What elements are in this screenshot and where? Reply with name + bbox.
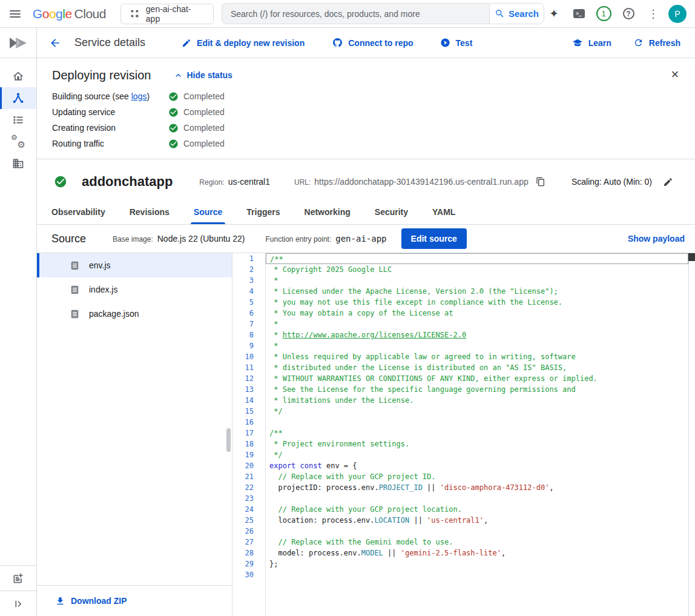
gemini-sparkle-icon: ✦ bbox=[549, 7, 559, 21]
cloud-shell-button[interactable]: >_ bbox=[569, 4, 588, 24]
notifications-button[interactable]: 1 bbox=[594, 4, 613, 24]
code-line[interactable] bbox=[266, 569, 688, 580]
line-number: 13 bbox=[232, 384, 254, 395]
tab-triggers[interactable]: Triggers bbox=[236, 200, 290, 224]
file-panel-scrollbar[interactable] bbox=[226, 428, 231, 452]
code-line[interactable]: * you may not use this file except in co… bbox=[266, 297, 688, 308]
back-button[interactable] bbox=[49, 37, 61, 49]
search-input[interactable] bbox=[231, 9, 481, 19]
line-number: 11 bbox=[232, 362, 254, 373]
hide-status-toggle[interactable]: Hide status bbox=[173, 70, 232, 81]
code-line[interactable]: * Licensed under the Apache License, Ver… bbox=[266, 286, 688, 297]
tab-revisions[interactable]: Revisions bbox=[119, 200, 180, 224]
edit-deploy-button[interactable]: Edit & deploy new revision bbox=[182, 38, 305, 48]
project-icon bbox=[130, 8, 140, 19]
code-line[interactable]: projectID: process.env.PROJECT_ID || 'di… bbox=[266, 482, 688, 493]
logo-letter: G bbox=[33, 7, 42, 21]
code-line[interactable]: location: process.env.LOCATION || 'us-ce… bbox=[266, 515, 688, 526]
file-item-package-json[interactable]: package.json bbox=[37, 302, 232, 326]
code-line[interactable]: /** bbox=[266, 253, 688, 264]
search-field[interactable] bbox=[222, 3, 489, 24]
base-image: Base image:Node.js 22 (Ubuntu 22) bbox=[113, 234, 245, 243]
sidebar-item-services[interactable] bbox=[0, 87, 36, 109]
menu-icon[interactable] bbox=[10, 10, 21, 18]
tab-source[interactable]: Source bbox=[183, 200, 232, 224]
tab-observability[interactable]: Observability bbox=[41, 200, 116, 224]
close-status-button[interactable]: × bbox=[665, 64, 685, 85]
code-line[interactable]: * bbox=[266, 340, 688, 351]
code-line[interactable] bbox=[266, 493, 688, 504]
page-title: Service details bbox=[74, 36, 145, 49]
edit-source-button[interactable]: Edit source bbox=[401, 228, 467, 249]
editor-scrollbar-thumb[interactable] bbox=[688, 253, 695, 261]
code-line[interactable]: * limitations under the License. bbox=[266, 395, 688, 406]
code-line[interactable] bbox=[266, 417, 688, 428]
logo-letter: o bbox=[42, 7, 49, 21]
status-steps: Building source (see logs) Completed Upd… bbox=[52, 88, 680, 151]
code-line[interactable]: export const env = { bbox=[266, 460, 688, 471]
code-line[interactable]: * WITHOUT WARRANTIES OR CONDITIONS OF AN… bbox=[266, 373, 688, 384]
release-notes-icon bbox=[12, 572, 24, 585]
search-button-label: Search bbox=[509, 8, 539, 19]
collapse-icon bbox=[13, 598, 24, 609]
code-line[interactable]: }; bbox=[266, 558, 688, 569]
code-line[interactable]: // Replace with your GCP project locatio… bbox=[266, 504, 688, 515]
google-cloud-logo[interactable]: GoogleCloud bbox=[33, 7, 106, 21]
code-line[interactable]: * distributed under the License is distr… bbox=[266, 362, 688, 373]
tab-security[interactable]: Security bbox=[364, 200, 418, 224]
step-status: Completed bbox=[183, 107, 225, 117]
code-line[interactable]: * You may obtain a copy of the License a… bbox=[266, 308, 688, 319]
source-bar: Source Base image:Node.js 22 (Ubuntu 22)… bbox=[37, 225, 695, 253]
gemini-button[interactable]: ✦ bbox=[544, 4, 564, 24]
avatar[interactable]: P bbox=[668, 5, 687, 23]
code-line[interactable]: * bbox=[266, 275, 688, 286]
help-button[interactable]: ? bbox=[619, 4, 638, 24]
code-editor[interactable]: 1234567891011121314151617181920212223242… bbox=[232, 253, 695, 616]
collapse-panel-button[interactable] bbox=[0, 591, 36, 616]
step-status: Completed bbox=[183, 139, 225, 148]
search-button[interactable]: Search bbox=[489, 3, 544, 24]
code-line[interactable] bbox=[266, 526, 688, 537]
line-number: 12 bbox=[232, 373, 254, 384]
code-line[interactable]: * Unless required by applicable law or a… bbox=[266, 351, 688, 362]
sidebar-item-home[interactable] bbox=[0, 65, 36, 87]
deploy-status-panel: Deploying revision Hide status × Buildin… bbox=[37, 58, 695, 159]
service-url-value[interactable]: https://addonchatapp-301439142196.us-cen… bbox=[314, 177, 528, 187]
sidebar-item-integrations[interactable]: ⚙⚙ bbox=[0, 131, 36, 153]
learn-button[interactable]: Learn bbox=[572, 38, 611, 48]
project-selector[interactable]: gen-ai-chat-app bbox=[120, 4, 214, 24]
code-line[interactable]: model: process.env.MODEL || 'gemini-2.5-… bbox=[266, 548, 688, 558]
refresh-button[interactable]: Refresh bbox=[633, 38, 680, 48]
editor-scrollbar[interactable] bbox=[688, 253, 695, 616]
edit-scaling-button[interactable] bbox=[663, 177, 673, 187]
back-arrow-icon bbox=[49, 37, 61, 49]
line-number: 8 bbox=[232, 330, 254, 340]
code-line[interactable]: * Project environment settings. bbox=[266, 439, 688, 449]
code-line[interactable]: /** bbox=[266, 428, 688, 439]
code-line[interactable]: * See the License for the specific langu… bbox=[266, 384, 688, 395]
code-line[interactable]: // Replace with your GCP project ID. bbox=[266, 471, 688, 482]
test-button[interactable]: Test bbox=[440, 38, 473, 48]
copy-url-button[interactable] bbox=[536, 176, 545, 187]
code-line[interactable]: * http://www.apache.org/licenses/LICENSE… bbox=[266, 330, 688, 340]
download-zip-button[interactable]: Download ZIP bbox=[55, 596, 127, 606]
more-options-button[interactable]: ⋮ bbox=[644, 4, 663, 24]
code-line[interactable]: */ bbox=[266, 406, 688, 417]
logs-link[interactable]: logs bbox=[131, 91, 147, 101]
tab-networking[interactable]: Networking bbox=[294, 200, 361, 224]
code-line[interactable]: * Copyright 2025 Google LLC bbox=[266, 264, 688, 275]
sidebar-item-domains[interactable] bbox=[0, 153, 36, 174]
file-item-index-js[interactable]: index.js bbox=[37, 277, 232, 302]
sidebar-item-jobs[interactable] bbox=[0, 109, 36, 131]
check-circle-icon bbox=[168, 123, 179, 133]
show-payload-link[interactable]: Show payload bbox=[628, 234, 685, 243]
code-line[interactable]: */ bbox=[266, 449, 688, 460]
logo-cloud-text: Cloud bbox=[74, 7, 106, 21]
code-line[interactable]: // Replace with the Gemini model to use. bbox=[266, 537, 688, 548]
release-notes-button[interactable] bbox=[0, 565, 36, 591]
connect-repo-button[interactable]: Connect to repo bbox=[332, 38, 413, 48]
logo-letter: e bbox=[65, 7, 71, 21]
file-item-env-js[interactable]: env.js bbox=[37, 253, 232, 277]
tab-yaml[interactable]: YAML bbox=[422, 200, 466, 224]
code-line[interactable]: * bbox=[266, 319, 688, 330]
